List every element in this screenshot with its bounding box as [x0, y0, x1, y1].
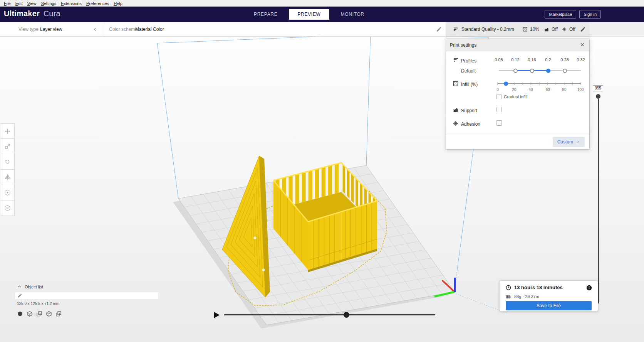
support-blocker-tool[interactable]	[0, 200, 15, 216]
logo-cura: Cura	[44, 9, 60, 18]
view-type-dropdown[interactable]: Layer view	[40, 27, 62, 32]
profile-value-012: 0.12	[511, 57, 519, 62]
move-tool[interactable]	[0, 123, 15, 139]
support-label: Support	[461, 108, 477, 113]
save-to-file-button[interactable]: Save to File	[506, 301, 592, 310]
tab-prepare[interactable]: PREPARE	[252, 9, 279, 20]
rotate-tool[interactable]	[0, 154, 15, 170]
mirror-icon	[4, 174, 11, 180]
profile-knob-016[interactable]	[530, 69, 534, 73]
infill-tick-20: 20	[512, 88, 516, 92]
toolbar-divider	[102, 22, 102, 37]
adhesion-icon	[453, 120, 459, 126]
layer-number-box[interactable]: 355	[593, 85, 603, 91]
clock-icon	[505, 285, 512, 291]
chevron-up-icon[interactable]	[17, 284, 22, 289]
toolbar-filler	[590, 22, 644, 37]
profile-knob-02-selected[interactable]	[546, 69, 550, 73]
profile-knob-012[interactable]	[513, 69, 518, 73]
infill-summary: 10%	[530, 27, 539, 32]
infill-tick-80: 80	[562, 88, 566, 92]
print-settings-panel: Print settings Profiles 0.08 0.12 0.16 0…	[446, 39, 590, 150]
play-icon[interactable]	[214, 312, 220, 318]
scale-icon	[4, 143, 11, 150]
close-icon[interactable]	[579, 42, 586, 49]
simulation-slider-handle[interactable]	[344, 312, 349, 318]
collapse-panel-chevron-icon[interactable]	[92, 26, 98, 32]
adhesion-icon	[562, 27, 567, 32]
marketplace-button[interactable]: Marketplace	[545, 10, 576, 19]
per-model-settings-tool[interactable]	[0, 185, 15, 200]
view-toolbar: View type Layer view Color scheme Materi…	[0, 22, 446, 37]
view-type-label: View type	[18, 27, 39, 32]
panel-divider	[446, 134, 589, 134]
simulation-slider-track[interactable]	[224, 314, 435, 315]
cubes-stack-icon[interactable]	[36, 311, 42, 317]
left-toolbar	[0, 123, 15, 216]
rotate-icon	[4, 158, 11, 165]
support-blocker-icon	[4, 205, 11, 211]
print-setup-bar[interactable]: Standard Quality - 0.2mm 10% Off Off	[446, 22, 590, 37]
header-actions: Marketplace Sign in	[545, 7, 601, 22]
model-dimensions: 135.0 x 125.5 x 71.2 mm	[17, 302, 59, 306]
sign-in-button[interactable]: Sign in	[579, 10, 601, 19]
app-logo: Ultimaker Cura	[4, 9, 60, 18]
profile-value-032: 0.32	[577, 57, 585, 62]
adhesion-checkbox[interactable]	[496, 120, 502, 126]
adhesion-label: Adhesion	[461, 121, 480, 127]
color-scheme-dropdown[interactable]: Material Color	[135, 27, 164, 32]
mirror-tool[interactable]	[0, 170, 15, 185]
menu-settings[interactable]: Settings	[39, 1, 59, 6]
infill-label: Infill (%)	[461, 82, 478, 87]
infill-icon	[522, 27, 528, 32]
custom-label: Custom	[557, 139, 573, 145]
stage-tabs: PREPARE PREVIEW MONITOR	[252, 7, 366, 22]
menu-help[interactable]: Help	[111, 1, 125, 6]
menu-file[interactable]: File	[2, 1, 13, 6]
support-summary: Off	[552, 27, 558, 32]
object-list-label[interactable]: Object list	[25, 285, 43, 289]
cube-outline-icon[interactable]	[27, 311, 33, 317]
tab-preview[interactable]: PREVIEW	[289, 9, 329, 20]
cube-solid-icon[interactable]	[17, 311, 23, 317]
layer-slider-handle[interactable]	[596, 94, 600, 99]
gradual-infill-checkbox[interactable]	[496, 94, 501, 99]
menu-extensions[interactable]: Extensions	[59, 1, 84, 6]
menu-view[interactable]: View	[25, 1, 39, 6]
scale-tool[interactable]	[0, 139, 15, 154]
info-icon[interactable]	[586, 285, 592, 291]
profile-value-016: 0.16	[528, 57, 536, 62]
chevron-right-icon	[575, 140, 580, 144]
support-icon	[544, 27, 549, 32]
profile-value-008: 0.08	[495, 57, 503, 62]
menu-bar: File Edit View Settings Extensions Prefe…	[0, 0, 644, 7]
infill-tick-40: 40	[528, 88, 533, 92]
infill-tick-0: 0	[496, 88, 499, 92]
tab-monitor[interactable]: MONITOR	[339, 9, 366, 20]
infill-slider[interactable]	[496, 79, 582, 88]
support-checkbox[interactable]	[496, 107, 502, 112]
menu-edit[interactable]: Edit	[13, 1, 25, 6]
logo-ultimaker: Ultimaker	[4, 9, 40, 18]
profile-value-02: 0.2	[545, 57, 551, 62]
edit-settings-pencil-icon[interactable]	[580, 26, 586, 32]
profiles-icon	[453, 57, 459, 63]
custom-settings-button[interactable]: Custom	[553, 137, 585, 147]
per-model-settings-icon	[4, 189, 11, 196]
profile-summary: Standard Quality - 0.2mm	[461, 27, 514, 32]
edit-pencil-icon[interactable]	[436, 26, 442, 32]
infill-slider-handle[interactable]	[504, 82, 508, 86]
profile-icon	[453, 26, 459, 32]
profile-knob-028[interactable]	[563, 69, 567, 73]
move-icon	[4, 128, 11, 135]
object-name-row[interactable]	[15, 292, 159, 300]
infill-tick-100: 100	[577, 88, 584, 92]
menu-preferences[interactable]: Preferences	[84, 1, 111, 6]
gradual-infill-label: Gradual infill	[504, 94, 527, 99]
color-scheme-label: Color scheme	[109, 27, 138, 32]
object-list: Object list 135.0 x 125.5 x 71.2 mm	[0, 281, 162, 324]
cube-copy-icon[interactable]	[46, 311, 52, 317]
cube-group-icon[interactable]	[55, 311, 62, 317]
layer-slider-track[interactable]	[598, 99, 599, 303]
rename-pencil-icon[interactable]	[17, 293, 22, 298]
